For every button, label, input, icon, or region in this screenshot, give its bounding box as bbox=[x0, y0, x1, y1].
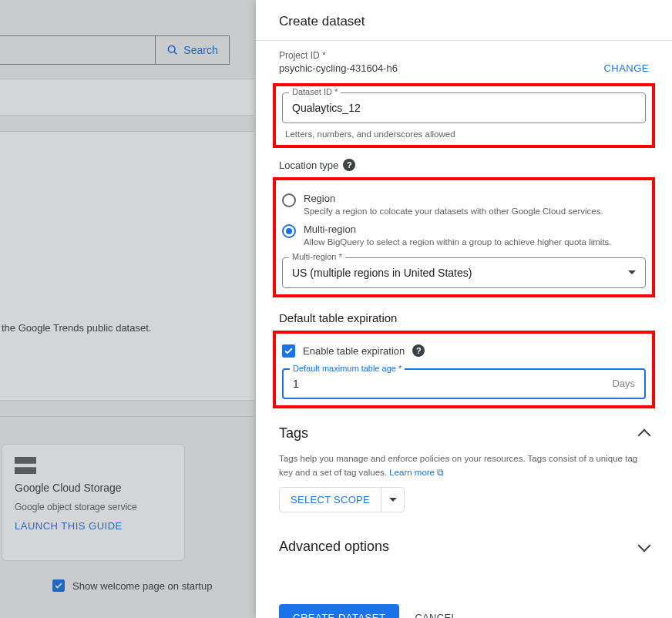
project-id-group: Project ID * psychic-cycling-431604-h6 C… bbox=[279, 50, 649, 74]
advanced-section-header[interactable]: Advanced options bbox=[279, 528, 649, 566]
dataset-id-field[interactable]: Dataset ID * bbox=[282, 92, 646, 123]
dataset-id-label: Dataset ID * bbox=[289, 87, 341, 96]
radio-region[interactable]: Region Specify a region to colocate your… bbox=[282, 193, 646, 217]
learn-more-link[interactable]: Learn more ⧉ bbox=[389, 468, 444, 477]
table-age-suffix: Days bbox=[612, 378, 635, 389]
table-age-field[interactable]: Default maximum table age * Days bbox=[282, 368, 646, 399]
enable-expiration-label: Enable table expiration bbox=[303, 345, 405, 357]
dataset-id-helper: Letters, numbers, and underscores allowe… bbox=[285, 129, 643, 139]
highlight-expiration: Enable table expiration ? Default maximu… bbox=[273, 331, 655, 408]
radio-icon[interactable] bbox=[282, 224, 296, 238]
table-age-input[interactable] bbox=[293, 378, 612, 390]
radio-region-title: Region bbox=[304, 193, 603, 204]
create-dataset-panel: Create dataset Project ID * psychic-cycl… bbox=[256, 0, 672, 618]
panel-title: Create dataset bbox=[279, 14, 649, 29]
cancel-button[interactable]: CANCEL bbox=[415, 612, 457, 618]
project-id-label: Project ID * bbox=[279, 50, 649, 61]
chevron-up-icon bbox=[638, 429, 651, 442]
modal-overlay bbox=[0, 0, 256, 618]
help-icon[interactable]: ? bbox=[343, 159, 355, 171]
create-dataset-button[interactable]: CREATE DATASET bbox=[279, 604, 399, 618]
radio-multiregion[interactable]: Multi-region Allow BigQuery to select a … bbox=[282, 223, 646, 248]
check-icon bbox=[284, 346, 294, 356]
project-id-value: psychic-cycling-431604-h6 bbox=[279, 62, 398, 74]
tags-title: Tags bbox=[279, 425, 308, 442]
radio-icon[interactable] bbox=[282, 193, 296, 207]
panel-header: Create dataset bbox=[256, 0, 672, 41]
multiregion-value: US (multiple regions in United States) bbox=[292, 267, 628, 279]
advanced-title: Advanced options bbox=[279, 539, 389, 555]
select-scope-button[interactable]: SELECT SCOPE bbox=[279, 487, 405, 512]
caret-down-icon bbox=[628, 270, 636, 274]
external-link-icon: ⧉ bbox=[437, 467, 444, 478]
highlight-dataset-id: Dataset ID * Letters, numbers, and under… bbox=[273, 83, 655, 148]
radio-region-sub: Specify a region to colocate your datase… bbox=[304, 206, 603, 217]
radio-multi-title: Multi-region bbox=[304, 223, 612, 235]
table-age-label: Default maximum table age * bbox=[290, 364, 405, 373]
help-icon[interactable]: ? bbox=[412, 344, 425, 357]
footer-buttons: CREATE DATASET CANCEL bbox=[279, 604, 649, 618]
location-type-label: Location type ? bbox=[279, 159, 649, 171]
radio-multi-sub: Allow BigQuery to select a region within… bbox=[304, 237, 612, 248]
caret-down-icon bbox=[389, 498, 397, 502]
enable-expiration-checkbox[interactable] bbox=[282, 344, 295, 358]
select-scope-label: SELECT SCOPE bbox=[280, 488, 381, 512]
change-project-link[interactable]: CHANGE bbox=[603, 62, 649, 74]
multiregion-label: Multi-region * bbox=[289, 252, 345, 261]
multiregion-select[interactable]: Multi-region * US (multiple regions in U… bbox=[282, 257, 646, 288]
enable-expiration-row[interactable]: Enable table expiration ? bbox=[282, 344, 646, 358]
highlight-location: Region Specify a region to colocate your… bbox=[273, 177, 655, 297]
dataset-id-input[interactable] bbox=[292, 102, 636, 114]
chevron-down-icon bbox=[638, 539, 651, 552]
expiration-title: Default table expiration bbox=[279, 311, 649, 324]
tags-description: Tags help you manage and enforce policie… bbox=[279, 452, 649, 480]
tags-section-header[interactable]: Tags bbox=[279, 415, 649, 452]
select-scope-dropdown[interactable] bbox=[381, 488, 404, 512]
